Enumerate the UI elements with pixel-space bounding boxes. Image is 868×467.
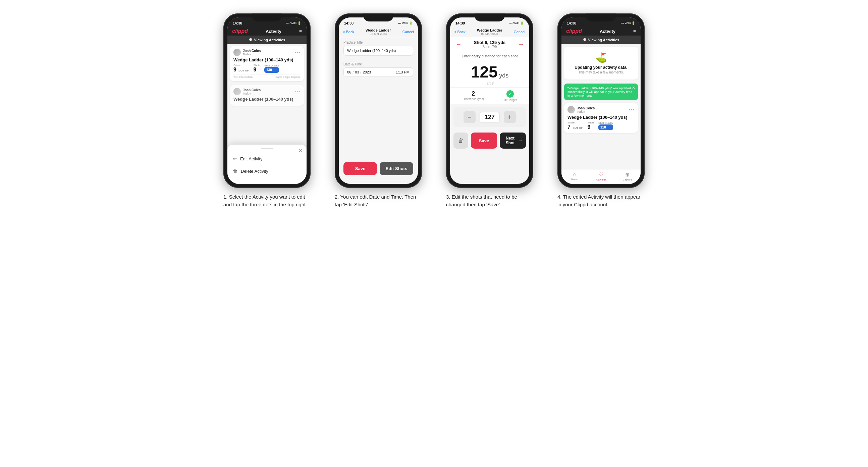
cancel-button[interactable]: Cancel (402, 30, 414, 34)
datetime-section: Date & Time 06 / 03 / 2023 1:13 PM (339, 59, 418, 80)
caption-2: 2. You can edit Date and Time. Then tap … (335, 193, 422, 208)
user-name-1: Josh Coles (243, 49, 260, 53)
shot-back-button[interactable]: < Back (454, 30, 466, 34)
shot-nav: < Back Wedge Ladder 06 Mar 2023 Cancel (450, 27, 529, 37)
phones-container: 14:38 ▪▪▪ WiFi 🔋 clippd Activity ≡ ⚙ (217, 13, 651, 208)
success-banner: "Wedge Ladder (100–140 yds)" was updated… (564, 84, 638, 100)
notch-2 (363, 13, 394, 22)
stepper-row: − 127 + (454, 107, 526, 127)
home-icon: ⌂ (561, 172, 588, 178)
success-close-icon[interactable]: ✕ (632, 86, 635, 90)
sq-badge-4: 118 (598, 124, 613, 130)
edit-icon: ✏ (233, 156, 237, 161)
activity-card-2[interactable]: Josh Coles Today ••• Wedge Ladder (100–1… (230, 85, 304, 106)
activity-card-1[interactable]: Josh Coles Today ••• Wedge Ladder (100–1… (230, 46, 304, 81)
card-stats-1: Score 9 OUT OF Shots 9 Shot Quality (234, 64, 301, 73)
activity-card-4[interactable]: Josh Coles Today ••• Wedge Ladder (100–1… (564, 103, 638, 133)
avatar-4 (567, 106, 575, 114)
viewing-banner-4: ⚙ Viewing Activities (561, 36, 641, 44)
phone-4-frame: 14:38 ▪▪▪ WiFi 🔋 clippd Activity ≡ ⚙ Vie… (557, 13, 645, 188)
save-shot-button[interactable]: Save (471, 132, 497, 149)
shot-header: ← Shot 6, 125 yds Score 7/9 → (450, 37, 529, 51)
app-nav-4: clippd Activity ≡ (561, 27, 641, 36)
stepper-value: 127 (479, 112, 500, 122)
app-nav-1: clippd Activity ≡ (227, 27, 307, 36)
edit-activity-item[interactable]: ✏ Edit Activity (233, 153, 301, 165)
phone-4-column: 14:38 ▪▪▪ WiFi 🔋 clippd Activity ≡ ⚙ Vie… (551, 13, 651, 208)
avatar-2 (234, 88, 241, 95)
avatar-1 (234, 49, 241, 56)
save-button[interactable]: Save (343, 162, 377, 175)
edit-shots-button[interactable]: Edit Shots (380, 162, 413, 175)
tab-activities[interactable]: ♡ Activities (588, 172, 615, 181)
card-header-1: Josh Coles Today ••• (234, 49, 301, 56)
user-date-1: Today (243, 53, 260, 56)
notch (252, 13, 282, 22)
phone-2-screen: 14:38 ▪▪▪ WiFi 🔋 < Back Wedge Ladder 06 … (339, 18, 418, 184)
sq-badge-1: 130 (264, 67, 279, 73)
activities-icon: ♡ (588, 172, 615, 178)
updating-box: ⛳ Updating your activity data. This may … (564, 46, 638, 80)
card-footer-1: Test Information Data: Clippd Capture (234, 74, 301, 79)
sheet-handle (261, 148, 273, 149)
three-dots-1[interactable]: ••• (294, 50, 301, 55)
phone-1-column: 14:38 ▪▪▪ WiFi 🔋 clippd Activity ≡ ⚙ (217, 13, 317, 208)
next-shot-button[interactable]: Next Shot → (500, 132, 526, 149)
shot-stats-row: 2 Difference (yds) ✓ Hit Target (450, 87, 529, 104)
prev-shot-button[interactable]: ← (456, 41, 462, 48)
delete-activity-item[interactable]: 🗑 Delete Activity (233, 165, 301, 177)
card-header-2: Josh Coles Today ••• (234, 88, 301, 95)
viewing-banner-1: ⚙ Viewing Activities (227, 36, 307, 44)
practice-title-input[interactable]: Wedge Ladder (100–140 yds) (343, 45, 413, 56)
phone-3-screen: 14:39 ▪▪▪ WiFi 🔋 < Back Wedge Ladder 06 … (450, 18, 529, 184)
card-title-1: Wedge Ladder (100–140 yds) (234, 57, 301, 62)
hit-target-icon: ✓ (506, 90, 514, 98)
card-user-1: Josh Coles Today (234, 49, 260, 56)
phone-2-frame: 14:38 ▪▪▪ WiFi 🔋 < Back Wedge Ladder 06 … (335, 13, 422, 188)
shot-action-row: 🗑 Save Next Shot → (450, 130, 529, 151)
edit-nav: < Back Wedge Ladder 06 Mar 2023 Cancel (339, 27, 418, 37)
form-buttons: Save Edit Shots (339, 159, 418, 179)
tab-home[interactable]: ⌂ Home (561, 172, 588, 181)
nav-title-1: Activity (266, 29, 281, 34)
phone-1-frame: 14:38 ▪▪▪ WiFi 🔋 clippd Activity ≡ ⚙ (223, 13, 311, 188)
decrement-button[interactable]: − (464, 111, 475, 123)
three-dots-4[interactable]: ••• (628, 107, 634, 113)
logo-4: clippd (566, 28, 582, 34)
three-dots-2[interactable]: ••• (294, 89, 301, 94)
nav-title-4: Activity (600, 29, 615, 34)
trash-icon: 🗑 (233, 168, 238, 174)
yds-display: 125 yds (450, 61, 529, 82)
datetime-input[interactable]: 06 / 03 / 2023 1:13 PM (343, 67, 413, 77)
enter-carry-label: Enter carry distance for each shot (450, 51, 529, 61)
shot-cancel-button[interactable]: Cancel (514, 30, 525, 34)
status-icons-1: ▪▪▪ WiFi 🔋 (286, 22, 301, 25)
phone-3-column: 14:39 ▪▪▪ WiFi 🔋 < Back Wedge Ladder 06 … (439, 13, 540, 208)
next-shot-arrow[interactable]: → (518, 41, 524, 48)
tab-bar: ⌂ Home ♡ Activities ⊕ Capture (561, 169, 641, 184)
notch-3 (474, 13, 505, 22)
phone-4-screen: 14:38 ▪▪▪ WiFi 🔋 clippd Activity ≡ ⚙ Vie… (561, 18, 641, 184)
card-title-2: Wedge Ladder (100–140 yds) (234, 97, 301, 102)
phone-3-frame: 14:39 ▪▪▪ WiFi 🔋 < Back Wedge Ladder 06 … (446, 13, 533, 188)
tab-capture[interactable]: ⊕ Capture (614, 172, 641, 181)
menu-icon-1[interactable]: ≡ (299, 29, 302, 34)
increment-button[interactable]: + (504, 111, 516, 123)
practice-title-section: Practice Title Wedge Ladder (100–140 yds… (339, 37, 418, 59)
close-icon[interactable]: ✕ (299, 148, 303, 153)
menu-icon-4[interactable]: ≡ (633, 29, 636, 34)
caption-1: 1. Select the Activity you want to edit … (223, 193, 311, 208)
back-button[interactable]: < Back (343, 30, 354, 34)
phone-2-column: 14:38 ▪▪▪ WiFi 🔋 < Back Wedge Ladder 06 … (328, 13, 429, 208)
status-time-1: 14:38 (233, 21, 242, 25)
golf-icon: ⛳ (569, 52, 632, 63)
capture-icon: ⊕ (614, 172, 641, 178)
caption-4: 4. The edited Activity will then appear … (557, 193, 645, 208)
caption-3: 3. Edit the shots that need to be change… (446, 193, 533, 208)
target-label: Target (450, 82, 529, 87)
delete-shot-button[interactable]: 🗑 (454, 132, 468, 149)
logo-1: clippd (232, 28, 248, 34)
phone-1-screen: 14:38 ▪▪▪ WiFi 🔋 clippd Activity ≡ ⚙ (227, 18, 307, 184)
bottom-sheet-1: ✕ ✏ Edit Activity 🗑 Delete Activity (227, 145, 307, 184)
notch-4 (586, 13, 616, 22)
